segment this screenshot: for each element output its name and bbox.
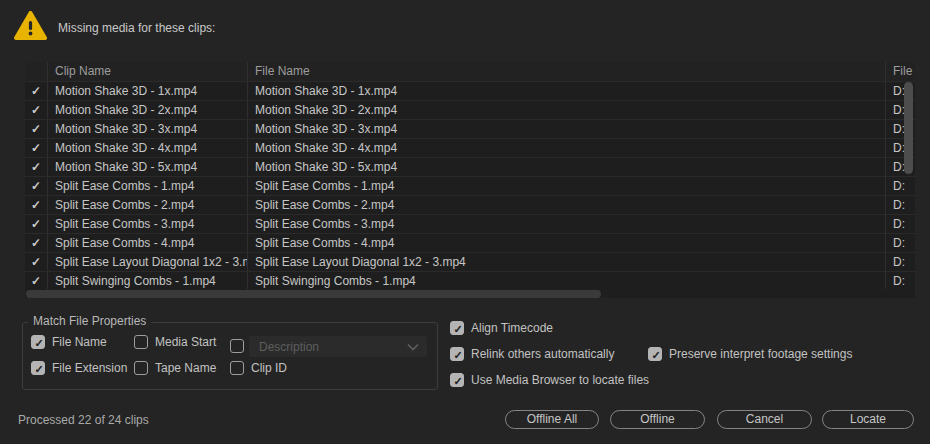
row-check-icon [25,177,47,195]
clip-id-checkbox[interactable] [230,361,244,375]
row-clip-name: Split Ease Combs - 2.mp4 [47,196,247,214]
processed-status: Processed 22 of 24 clips [18,413,149,427]
align-timecode-label: Align Timecode [471,321,553,335]
preserve-interpret-checkbox[interactable] [648,347,662,361]
row-file-name: Split Ease Combs - 2.mp4 [247,196,885,214]
media-start-checkbox-item: Media Start [134,335,216,349]
file-extension-label: File Extension [52,361,127,375]
table-header: Clip Name File Name File Path [25,62,915,81]
row-clip-name: Motion Shake 3D - 3x.mp4 [47,120,247,138]
use-media-browser-label: Use Media Browser to locate files [471,373,649,387]
row-clip-name: Motion Shake 3D - 5x.mp4 [47,158,247,176]
locate-button[interactable]: Locate [822,410,914,429]
link-media-dialog: Missing media for these clips: Clip Name… [0,0,930,444]
relink-others-checkbox[interactable] [450,347,464,361]
row-check-icon [25,272,47,290]
chevron-down-icon [407,343,419,351]
table-body: Motion Shake 3D - 1x.mp4 Motion Shake 3D… [25,81,915,290]
row-check-icon [25,196,47,214]
row-clip-name: Motion Shake 3D - 1x.mp4 [47,82,247,100]
dialog-title: Missing media for these clips: [58,21,215,35]
row-clip-name: Split Swinging Combs - 1.mp4 [47,272,247,290]
description-dropdown-value: Description [259,340,407,354]
row-check-icon [25,101,47,119]
horizontal-scrollbar-thumb[interactable] [26,290,601,298]
row-check-icon [25,253,47,271]
row-clip-name: Split Ease Combs - 3.mp4 [47,215,247,233]
row-check-icon [25,234,47,252]
table-row[interactable]: Split Ease Combs - 1.mp4 Split Ease Comb… [25,176,915,195]
description-checkbox-item [230,339,244,353]
preserve-interpret-label: Preserve interpret footage settings [669,347,852,361]
use-media-browser-checkbox[interactable] [450,373,464,387]
description-dropdown[interactable]: Description [249,336,427,357]
use-media-browser-item: Use Media Browser to locate files [450,373,649,387]
row-clip-name: Motion Shake 3D - 2x.mp4 [47,101,247,119]
table-row[interactable]: Split Ease Layout Diagonal 1x2 - 3.mp4 S… [25,252,915,271]
table-row[interactable]: Split Ease Combs - 3.mp4 Split Ease Comb… [25,214,915,233]
row-check-icon [25,120,47,138]
row-file-name: Split Ease Layout Diagonal 1x2 - 3.mp4 [247,253,885,271]
file-name-checkbox-item: File Name [31,335,107,349]
row-file-name: Motion Shake 3D - 5x.mp4 [247,158,885,176]
vertical-scrollbar[interactable] [904,82,913,174]
table-row[interactable]: Motion Shake 3D - 2x.mp4 Motion Shake 3D… [25,100,915,119]
row-check-icon [25,215,47,233]
tape-name-checkbox[interactable] [134,361,148,375]
align-timecode-checkbox[interactable] [450,321,464,335]
align-timecode-item: Align Timecode [450,321,553,335]
row-file-path: D: [885,177,915,195]
relink-others-item: Relink others automatically [450,347,614,361]
warning-icon [14,11,47,41]
file-extension-checkbox[interactable] [31,361,45,375]
tape-name-checkbox-item: Tape Name [134,361,216,375]
row-clip-name: Motion Shake 3D - 4x.mp4 [47,139,247,157]
horizontal-scrollbar[interactable] [25,289,915,298]
row-file-path: D: [885,253,915,271]
clip-id-checkbox-item: Clip ID [230,361,287,375]
table-row[interactable]: Motion Shake 3D - 5x.mp4 Motion Shake 3D… [25,157,915,176]
offline-all-button[interactable]: Offline All [505,410,599,429]
media-start-label: Media Start [155,335,216,349]
row-file-name: Motion Shake 3D - 3x.mp4 [247,120,885,138]
table-row[interactable]: Split Swinging Combs - 1.mp4 Split Swing… [25,271,915,290]
row-file-name: Split Ease Combs - 1.mp4 [247,177,885,195]
offline-button[interactable]: Offline [610,410,705,429]
row-file-name: Motion Shake 3D - 1x.mp4 [247,82,885,100]
row-file-name: Motion Shake 3D - 4x.mp4 [247,139,885,157]
file-name-checkbox[interactable] [31,335,45,349]
header-check-column [25,62,47,81]
table-row[interactable]: Motion Shake 3D - 1x.mp4 Motion Shake 3D… [25,81,915,100]
clip-id-label: Clip ID [251,361,287,375]
group-title: Match File Properties [28,314,151,328]
tape-name-label: Tape Name [155,361,216,375]
header-file-path: File Path [885,62,915,81]
table-row[interactable]: Motion Shake 3D - 3x.mp4 Motion Shake 3D… [25,119,915,138]
row-check-icon [25,82,47,100]
row-file-path: D: [885,272,915,290]
row-check-icon [25,139,47,157]
row-clip-name: Split Ease Combs - 1.mp4 [47,177,247,195]
row-file-path: D: [885,196,915,214]
table-row[interactable]: Split Ease Combs - 4.mp4 Split Ease Comb… [25,233,915,252]
preserve-interpret-item: Preserve interpret footage settings [648,347,852,361]
description-checkbox[interactable] [230,339,244,353]
relink-others-label: Relink others automatically [471,347,614,361]
row-file-name: Split Ease Combs - 4.mp4 [247,234,885,252]
header-clip-name: Clip Name [47,62,247,81]
row-clip-name: Split Ease Combs - 4.mp4 [47,234,247,252]
media-start-checkbox[interactable] [134,335,148,349]
file-extension-checkbox-item: File Extension [31,361,127,375]
header-file-name: File Name [247,62,885,81]
row-file-name: Split Ease Combs - 3.mp4 [247,215,885,233]
row-file-path: D: [885,234,915,252]
table-row[interactable]: Motion Shake 3D - 4x.mp4 Motion Shake 3D… [25,138,915,157]
row-file-name: Split Swinging Combs - 1.mp4 [247,272,885,290]
row-file-name: Motion Shake 3D - 2x.mp4 [247,101,885,119]
row-check-icon [25,158,47,176]
table-row[interactable]: Split Ease Combs - 2.mp4 Split Ease Comb… [25,195,915,214]
cancel-button[interactable]: Cancel [717,410,812,429]
row-clip-name: Split Ease Layout Diagonal 1x2 - 3.mp4 [47,253,247,271]
row-file-path: D: [885,215,915,233]
missing-media-table: Clip Name File Name File Path Motion Sha… [25,62,915,298]
